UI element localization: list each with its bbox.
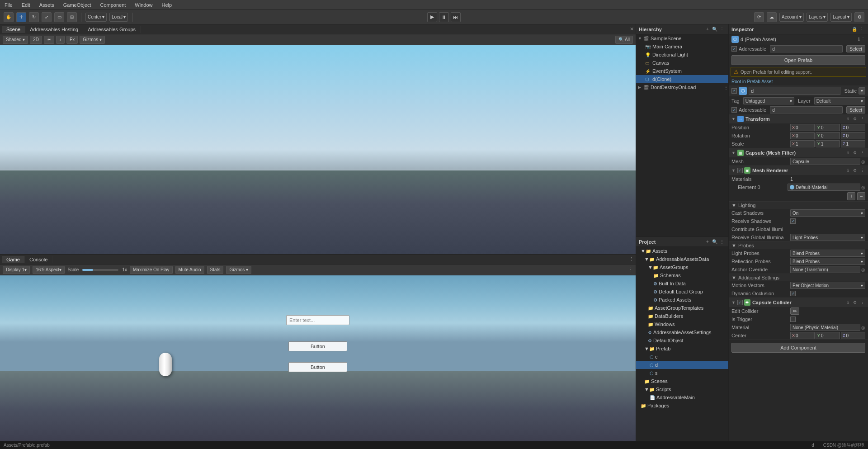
project-item-assets[interactable]: ▼📁Assets bbox=[636, 247, 728, 255]
hierarchy-item-samplescene[interactable]: ▼🎬SampleScene bbox=[636, 34, 728, 43]
position-x[interactable]: X0 bbox=[790, 124, 815, 131]
edit-collider-btn[interactable]: ✏ bbox=[790, 307, 799, 315]
project-item-builtin[interactable]: ⚙Built In Data bbox=[636, 279, 728, 288]
static-dropdown[interactable]: ▾ bbox=[859, 87, 865, 95]
hierarchy-item-eventsystem[interactable]: ⚡EventSystem bbox=[636, 67, 728, 75]
hierarchy-item-dirlight[interactable]: 💡Directional Light bbox=[636, 51, 728, 59]
transform-header[interactable]: ▼ ↔ Transform ℹ ⚙ ⋮ bbox=[729, 114, 868, 123]
center-x[interactable]: X0 bbox=[790, 332, 815, 339]
mesh-renderer-kebab[interactable]: ⋮ bbox=[859, 167, 865, 174]
mesh-filter-info[interactable]: ℹ bbox=[844, 150, 851, 156]
project-item-databuilders[interactable]: 📁DataBuilders bbox=[636, 312, 728, 320]
tab-console[interactable]: Console bbox=[25, 256, 52, 263]
mesh-filter-kebab[interactable]: ⋮ bbox=[859, 150, 865, 156]
hierarchy-item-maincamera[interactable]: 📷Main Camera bbox=[636, 43, 728, 51]
capsule-collider-toggle[interactable]: ✓ bbox=[737, 300, 743, 305]
project-item-addressablemain[interactable]: 📄AddressableMain bbox=[636, 393, 728, 402]
rotation-x[interactable]: X0 bbox=[790, 132, 815, 139]
hierarchy-item-dontdestroy[interactable]: ▶🎬DontDestroyOnLoad ⋮ bbox=[636, 83, 728, 91]
project-item-addressableassets[interactable]: ⚙AddressableAssetSettings bbox=[636, 328, 728, 336]
capsule-collider-header[interactable]: ▼ ✓ ⬬ Capsule Collider ℹ ⚙ ⋮ bbox=[729, 298, 868, 307]
step-button[interactable]: ⏭ bbox=[451, 12, 461, 22]
mesh-filter-settings[interactable]: ⚙ bbox=[852, 150, 858, 156]
menu-file[interactable]: File bbox=[3, 1, 14, 9]
menu-gameobject[interactable]: GameObject bbox=[61, 1, 93, 9]
tool-rect[interactable]: ▭ bbox=[54, 12, 64, 22]
menu-edit[interactable]: Edit bbox=[20, 1, 32, 9]
hierarchy-item-canvas[interactable]: ▭Canvas bbox=[636, 59, 728, 67]
anchor-target-icon[interactable]: ◎ bbox=[861, 267, 865, 272]
mat-add-btn[interactable]: + bbox=[847, 192, 855, 200]
tag-dropdown[interactable]: Untagged▾ bbox=[743, 97, 794, 104]
gizmos-btn[interactable]: Gizmos ▾ bbox=[226, 266, 251, 274]
layer-dropdown[interactable]: Default▾ bbox=[814, 97, 865, 104]
project-item-scenes[interactable]: 📁Scenes bbox=[636, 377, 728, 385]
gameobj-active-toggle[interactable]: ✓ bbox=[731, 88, 737, 94]
tool-hand[interactable]: ✋ bbox=[4, 12, 14, 22]
scene-search[interactable]: 🔍 All bbox=[615, 36, 633, 44]
hierarchy-kebab[interactable]: ⋮ bbox=[718, 26, 726, 33]
position-z[interactable]: Z0 bbox=[841, 124, 865, 131]
mesh-renderer-header[interactable]: ▼ ✓ ▣ Mesh Renderer ℹ ⚙ ⋮ bbox=[729, 166, 868, 175]
collab-icon[interactable]: ⟳ bbox=[754, 12, 764, 22]
receive-shadows-checkbox[interactable]: ✓ bbox=[790, 218, 796, 224]
scale-y[interactable]: Y1 bbox=[816, 140, 840, 147]
tab-scene[interactable]: Scene bbox=[2, 26, 25, 33]
game-kebab2[interactable]: ⋮ bbox=[628, 267, 633, 273]
center-y[interactable]: Y0 bbox=[816, 332, 840, 339]
play-button[interactable]: ▶ bbox=[427, 12, 437, 22]
project-item-assetgrouptemplates[interactable]: 📁AssetGroupTemplates bbox=[636, 304, 728, 312]
addressable2-select-btn[interactable]: Select bbox=[846, 106, 865, 113]
project-item-scripts[interactable]: ▼📁Scripts bbox=[636, 385, 728, 393]
scale-z[interactable]: Z1 bbox=[841, 140, 865, 147]
mesh-target-icon[interactable]: ◎ bbox=[861, 159, 865, 164]
addressable2-value-field[interactable]: d bbox=[770, 106, 843, 113]
motion-vectors-dropdown[interactable]: Per Object Motion▾ bbox=[790, 282, 865, 289]
scale-slider[interactable] bbox=[82, 269, 118, 271]
anchor-override-field[interactable]: None (Transform) bbox=[790, 266, 860, 273]
additional-settings-sub-header[interactable]: ▼Additional Settings bbox=[729, 274, 868, 281]
transform-settings-icon[interactable]: ⚙ bbox=[852, 116, 858, 122]
scene-lighting-toggle[interactable]: ☀ bbox=[44, 36, 54, 44]
scene-gizmos-dropdown[interactable]: Gizmos ▾ bbox=[80, 36, 105, 44]
2d-toggle[interactable]: 2D bbox=[30, 36, 42, 44]
project-item-addressableassetsdata[interactable]: ▼📁AddressableAssetsData bbox=[636, 255, 728, 263]
mat-remove-btn[interactable]: − bbox=[857, 192, 865, 200]
addressable-checkbox[interactable]: ✓ bbox=[731, 46, 737, 52]
addressable-select-btn[interactable]: Select bbox=[846, 45, 865, 52]
scene-audio-toggle[interactable]: ♪ bbox=[56, 36, 65, 44]
game-ui-button1[interactable]: Button bbox=[288, 341, 347, 351]
material-target-icon[interactable]: ◎ bbox=[861, 325, 865, 330]
game-ui-button2[interactable]: Button bbox=[288, 362, 347, 372]
project-add-btn[interactable]: + bbox=[704, 238, 711, 246]
material-field[interactable]: None (Physic Material) bbox=[790, 324, 860, 331]
project-item-packages[interactable]: 📁Packages bbox=[636, 402, 728, 410]
inspector-kebab[interactable]: ⋮ bbox=[858, 26, 865, 33]
open-prefab-btn[interactable]: Open Prefab bbox=[731, 55, 865, 65]
capsule-collider-info[interactable]: ℹ bbox=[844, 299, 851, 306]
stats-btn[interactable]: Stats bbox=[207, 266, 224, 274]
tab-addressables-groups[interactable]: Addressables Groups bbox=[83, 26, 141, 33]
project-item-prefab-s[interactable]: ⬡s bbox=[636, 369, 728, 377]
tab-addressables-hosting[interactable]: Addressables Hosting bbox=[25, 26, 83, 33]
account-button[interactable]: Account ▾ bbox=[779, 13, 804, 22]
transform-kebab[interactable]: ⋮ bbox=[859, 116, 865, 122]
shaded-dropdown[interactable]: Shaded ▾ bbox=[3, 36, 28, 44]
capsule-collider-settings[interactable]: ⚙ bbox=[852, 299, 858, 306]
capsule-collider-kebab[interactable]: ⋮ bbox=[859, 299, 865, 306]
scene-fx-toggle[interactable]: Fx bbox=[66, 36, 78, 44]
mat-element-field[interactable]: Default-Material bbox=[788, 184, 860, 191]
cast-shadows-dropdown[interactable]: On▾ bbox=[790, 209, 865, 217]
tool-rotate[interactable]: ↻ bbox=[29, 12, 39, 22]
project-search-btn[interactable]: 🔍 bbox=[711, 238, 718, 246]
pause-button[interactable]: ⏸ bbox=[439, 12, 449, 22]
layers-button[interactable]: Layers ▾ bbox=[807, 13, 828, 22]
mat-target-icon[interactable]: ◎ bbox=[861, 185, 865, 190]
menu-component[interactable]: Component bbox=[98, 1, 127, 9]
rotation-z[interactable]: Z0 bbox=[841, 132, 865, 139]
scale-x[interactable]: X1 bbox=[790, 140, 815, 147]
project-item-prefab-d[interactable]: ⬡d bbox=[636, 361, 728, 369]
gameobj-name-field[interactable]: d bbox=[749, 87, 840, 95]
reflection-probes-dropdown[interactable]: Blend Probes▾ bbox=[790, 258, 865, 265]
maximize-on-play-btn[interactable]: Maximize On Play bbox=[130, 266, 173, 274]
